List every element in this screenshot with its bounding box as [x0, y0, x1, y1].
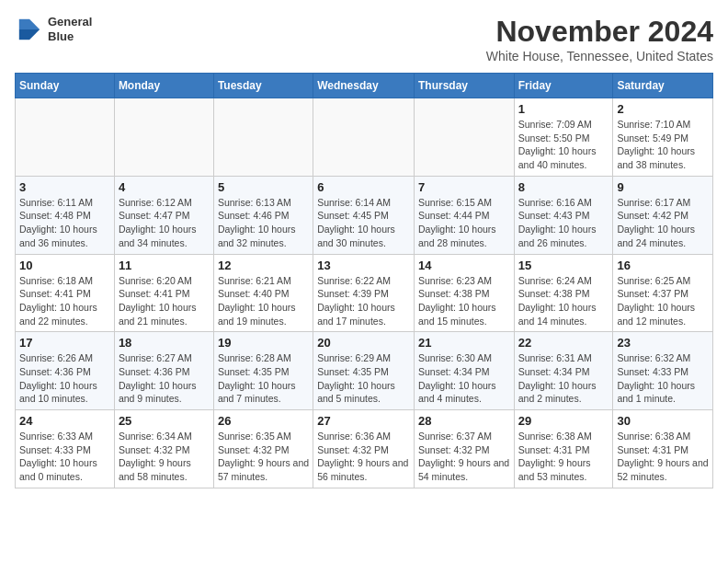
- day-info: Sunrise: 6:33 AM Sunset: 4:33 PM Dayligh…: [19, 430, 110, 484]
- calendar-cell: 9Sunrise: 6:17 AM Sunset: 4:42 PM Daylig…: [613, 176, 713, 254]
- weekday-header-wednesday: Wednesday: [313, 74, 415, 98]
- day-number: 20: [317, 336, 410, 350]
- day-info: Sunrise: 6:15 AM Sunset: 4:44 PM Dayligh…: [418, 196, 510, 250]
- calendar-cell: 18Sunrise: 6:27 AM Sunset: 4:36 PM Dayli…: [114, 332, 213, 410]
- logo: General Blue: [15, 15, 92, 44]
- calendar-cell: 2Sunrise: 7:10 AM Sunset: 5:49 PM Daylig…: [613, 98, 713, 177]
- day-number: 15: [518, 259, 609, 272]
- day-info: Sunrise: 6:38 AM Sunset: 4:31 PM Dayligh…: [518, 430, 609, 484]
- day-info: Sunrise: 6:30 AM Sunset: 4:34 PM Dayligh…: [418, 351, 510, 406]
- day-info: Sunrise: 6:20 AM Sunset: 4:41 PM Dayligh…: [119, 274, 210, 328]
- day-info: Sunrise: 6:28 AM Sunset: 4:35 PM Dayligh…: [218, 351, 309, 406]
- svg-rect-3: [19, 29, 29, 40]
- weekday-header-monday: Monday: [114, 74, 213, 98]
- calendar-cell: 1Sunrise: 7:09 AM Sunset: 5:50 PM Daylig…: [514, 98, 613, 177]
- calendar-cell: 4Sunrise: 6:12 AM Sunset: 4:47 PM Daylig…: [114, 176, 213, 254]
- calendar-cell: [114, 98, 213, 177]
- day-info: Sunrise: 6:13 AM Sunset: 4:46 PM Dayligh…: [218, 196, 309, 250]
- calendar-cell: 30Sunrise: 6:38 AM Sunset: 4:31 PM Dayli…: [613, 410, 713, 488]
- day-number: 19: [218, 336, 309, 350]
- calendar-week-4: 17Sunrise: 6:26 AM Sunset: 4:36 PM Dayli…: [16, 332, 713, 410]
- calendar-cell: 27Sunrise: 6:36 AM Sunset: 4:32 PM Dayli…: [313, 410, 415, 488]
- calendar-cell: 25Sunrise: 6:34 AM Sunset: 4:32 PM Dayli…: [114, 410, 213, 488]
- day-number: 13: [317, 259, 410, 272]
- day-number: 11: [119, 259, 210, 272]
- location: White House, Tennessee, United States: [486, 49, 713, 63]
- day-info: Sunrise: 6:18 AM Sunset: 4:41 PM Dayligh…: [19, 274, 110, 328]
- day-number: 2: [617, 102, 709, 116]
- day-number: 28: [418, 414, 510, 428]
- calendar-cell: [213, 98, 313, 177]
- day-number: 27: [317, 414, 410, 428]
- weekday-header-tuesday: Tuesday: [213, 74, 313, 98]
- day-info: Sunrise: 6:23 AM Sunset: 4:38 PM Dayligh…: [418, 274, 510, 328]
- calendar-week-2: 3Sunrise: 6:11 AM Sunset: 4:48 PM Daylig…: [16, 176, 713, 254]
- calendar-cell: 19Sunrise: 6:28 AM Sunset: 4:35 PM Dayli…: [213, 332, 313, 410]
- calendar-cell: 6Sunrise: 6:14 AM Sunset: 4:45 PM Daylig…: [313, 176, 415, 254]
- calendar-cell: [16, 98, 115, 177]
- day-number: 1: [518, 102, 609, 116]
- day-number: 14: [418, 259, 510, 272]
- day-info: Sunrise: 6:38 AM Sunset: 4:31 PM Dayligh…: [617, 430, 709, 484]
- calendar-week-1: 1Sunrise: 7:09 AM Sunset: 5:50 PM Daylig…: [16, 98, 713, 177]
- calendar-cell: 23Sunrise: 6:32 AM Sunset: 4:33 PM Dayli…: [613, 332, 713, 410]
- day-info: Sunrise: 6:26 AM Sunset: 4:36 PM Dayligh…: [19, 351, 110, 406]
- weekday-header-friday: Friday: [514, 74, 613, 98]
- calendar-cell: 3Sunrise: 6:11 AM Sunset: 4:48 PM Daylig…: [16, 176, 115, 254]
- day-info: Sunrise: 6:34 AM Sunset: 4:32 PM Dayligh…: [119, 430, 210, 484]
- calendar-table: SundayMondayTuesdayWednesdayThursdayFrid…: [15, 73, 713, 488]
- logo-text: General Blue: [48, 15, 92, 43]
- calendar-cell: 15Sunrise: 6:24 AM Sunset: 4:38 PM Dayli…: [514, 254, 613, 332]
- day-number: 5: [218, 180, 309, 194]
- day-number: 8: [518, 180, 609, 194]
- day-info: Sunrise: 6:11 AM Sunset: 4:48 PM Dayligh…: [19, 196, 110, 250]
- calendar-cell: 22Sunrise: 6:31 AM Sunset: 4:34 PM Dayli…: [514, 332, 613, 410]
- day-info: Sunrise: 6:36 AM Sunset: 4:32 PM Dayligh…: [317, 430, 410, 484]
- day-number: 26: [218, 414, 309, 428]
- calendar-cell: 5Sunrise: 6:13 AM Sunset: 4:46 PM Daylig…: [213, 176, 313, 254]
- day-info: Sunrise: 6:16 AM Sunset: 4:43 PM Dayligh…: [518, 196, 609, 250]
- page-header: General Blue November 2024 White House, …: [15, 15, 713, 63]
- calendar-cell: 14Sunrise: 6:23 AM Sunset: 4:38 PM Dayli…: [414, 254, 514, 332]
- day-number: 23: [617, 336, 709, 350]
- day-info: Sunrise: 6:31 AM Sunset: 4:34 PM Dayligh…: [518, 351, 609, 406]
- day-number: 29: [518, 414, 609, 428]
- day-info: Sunrise: 6:37 AM Sunset: 4:32 PM Dayligh…: [418, 430, 510, 484]
- day-number: 21: [418, 336, 510, 350]
- day-number: 3: [19, 180, 110, 194]
- calendar-cell: 28Sunrise: 6:37 AM Sunset: 4:32 PM Dayli…: [414, 410, 514, 488]
- calendar-cell: 12Sunrise: 6:21 AM Sunset: 4:40 PM Dayli…: [213, 254, 313, 332]
- day-info: Sunrise: 6:25 AM Sunset: 4:37 PM Dayligh…: [617, 274, 709, 328]
- svg-marker-1: [29, 29, 40, 40]
- day-info: Sunrise: 7:10 AM Sunset: 5:49 PM Dayligh…: [617, 118, 709, 172]
- calendar-cell: 7Sunrise: 6:15 AM Sunset: 4:44 PM Daylig…: [414, 176, 514, 254]
- calendar-cell: 10Sunrise: 6:18 AM Sunset: 4:41 PM Dayli…: [16, 254, 115, 332]
- day-number: 10: [19, 259, 110, 272]
- day-info: Sunrise: 6:14 AM Sunset: 4:45 PM Dayligh…: [317, 196, 410, 250]
- calendar-cell: 8Sunrise: 6:16 AM Sunset: 4:43 PM Daylig…: [514, 176, 613, 254]
- calendar-cell: 24Sunrise: 6:33 AM Sunset: 4:33 PM Dayli…: [16, 410, 115, 488]
- day-number: 16: [617, 259, 709, 272]
- day-info: Sunrise: 6:35 AM Sunset: 4:32 PM Dayligh…: [218, 430, 309, 484]
- calendar-cell: 13Sunrise: 6:22 AM Sunset: 4:39 PM Dayli…: [313, 254, 415, 332]
- svg-rect-2: [19, 19, 29, 29]
- day-number: 4: [119, 180, 210, 194]
- day-info: Sunrise: 6:27 AM Sunset: 4:36 PM Dayligh…: [119, 351, 210, 406]
- calendar-cell: 20Sunrise: 6:29 AM Sunset: 4:35 PM Dayli…: [313, 332, 415, 410]
- day-info: Sunrise: 6:12 AM Sunset: 4:47 PM Dayligh…: [119, 196, 210, 250]
- weekday-header-thursday: Thursday: [414, 74, 514, 98]
- day-number: 6: [317, 180, 410, 194]
- calendar-cell: 26Sunrise: 6:35 AM Sunset: 4:32 PM Dayli…: [213, 410, 313, 488]
- weekday-header-saturday: Saturday: [613, 74, 713, 98]
- calendar-cell: 21Sunrise: 6:30 AM Sunset: 4:34 PM Dayli…: [414, 332, 514, 410]
- logo-icon: [15, 15, 44, 44]
- weekday-header-sunday: Sunday: [16, 74, 115, 98]
- calendar-cell: 16Sunrise: 6:25 AM Sunset: 4:37 PM Dayli…: [613, 254, 713, 332]
- day-info: Sunrise: 7:09 AM Sunset: 5:50 PM Dayligh…: [518, 118, 609, 172]
- title-block: November 2024 White House, Tennessee, Un…: [486, 15, 713, 63]
- month-title: November 2024: [486, 15, 713, 49]
- day-number: 9: [617, 180, 709, 194]
- calendar-cell: [313, 98, 415, 177]
- day-info: Sunrise: 6:21 AM Sunset: 4:40 PM Dayligh…: [218, 274, 309, 328]
- calendar-cell: 29Sunrise: 6:38 AM Sunset: 4:31 PM Dayli…: [514, 410, 613, 488]
